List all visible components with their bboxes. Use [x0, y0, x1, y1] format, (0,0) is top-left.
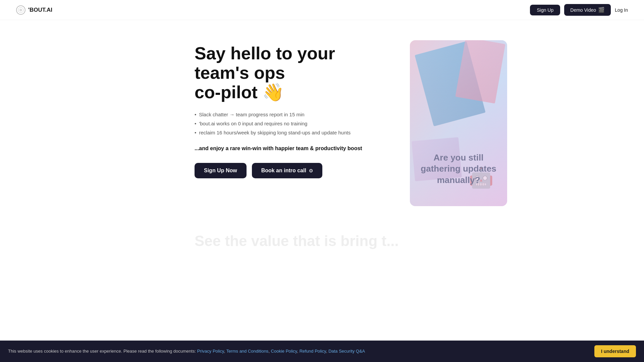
calendar-icon: ⊙: [309, 168, 313, 173]
bottom-section: See the value that is bring t...: [121, 220, 523, 256]
demo-video-button[interactable]: Demo Video 🎬: [564, 4, 611, 16]
hero-title: Say hello to your team's ops co-pilot 👋: [195, 44, 362, 102]
hero-card-question: Are you still gathering updates manually…: [410, 152, 507, 186]
hero-cta: Sign Up Now Book an intro call ⊙: [195, 163, 362, 178]
bullet-2: 'bout.ai works on 0 input and requires n…: [195, 121, 362, 126]
bullet-3: reclaim 16 hours/week by skipping long s…: [195, 130, 362, 135]
hero-left: Say hello to your team's ops co-pilot 👋 …: [195, 40, 362, 178]
bottom-title: See the value that is bring t...: [195, 233, 507, 249]
hero-right: 🤖 Are you still gathering updates manual…: [410, 40, 507, 206]
hero-bullets: Slack chatter → team progress report in …: [195, 112, 362, 135]
book-intro-label: Book an intro call: [261, 168, 306, 174]
demo-label: Demo Video: [570, 7, 596, 13]
hero-title-line3: co-pilot: [195, 82, 258, 102]
nav-actions: Sign Up Demo Video 🎬 Log In: [530, 4, 628, 16]
signup-now-button[interactable]: Sign Up Now: [195, 163, 247, 178]
book-intro-call-button[interactable]: Book an intro call ⊙: [252, 163, 322, 178]
hero-title-line1: Say hello to your: [195, 44, 335, 63]
hero-card: 🤖 Are you still gathering updates manual…: [410, 40, 507, 206]
logo[interactable]: 'BOUT.AI: [16, 5, 52, 15]
login-button[interactable]: Log In: [615, 7, 628, 13]
signup-nav-button[interactable]: Sign Up: [530, 5, 560, 15]
demo-icon: 🎬: [598, 7, 605, 13]
wave-emoji: 👋: [262, 82, 284, 102]
hero-title-line2: team's ops: [195, 63, 285, 82]
logo-icon: [16, 5, 25, 15]
hero-tagline: ...and enjoy a rare win-win with happier…: [195, 145, 362, 152]
logo-text: 'BOUT.AI: [28, 7, 52, 13]
svg-point-2: [19, 9, 22, 11]
hero-section: Say hello to your team's ops co-pilot 👋 …: [121, 20, 523, 220]
bullet-1: Slack chatter → team progress report in …: [195, 112, 362, 117]
navbar: 'BOUT.AI Sign Up Demo Video 🎬 Log In: [0, 0, 644, 20]
